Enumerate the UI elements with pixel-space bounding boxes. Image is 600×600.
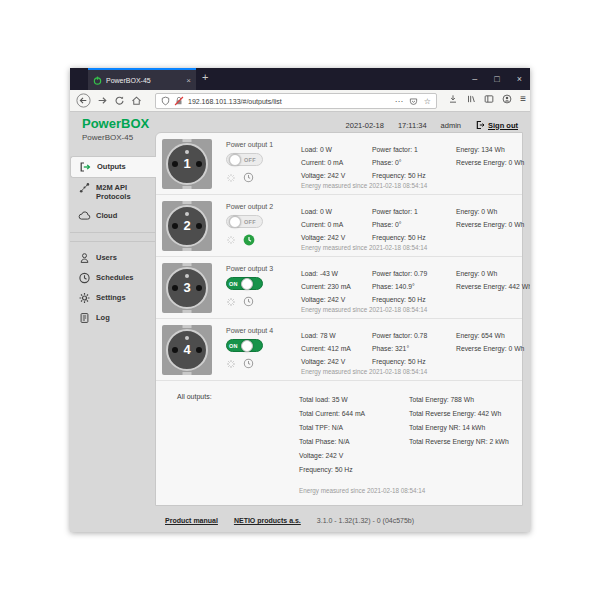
metrics-electrical: Load: 78 WCurrent: 412 mAVoltage: 242 V bbox=[301, 329, 351, 368]
schedule-clock-icon-active bbox=[243, 234, 255, 246]
insecure-lock-icon[interactable] bbox=[174, 96, 184, 106]
output-name: Power output 4 bbox=[226, 327, 298, 334]
bookmark-star-icon[interactable]: ☆ bbox=[424, 97, 431, 106]
browser-tab[interactable]: PowerBOX-45 × bbox=[88, 68, 196, 90]
log-document-icon bbox=[78, 312, 91, 324]
outputs-icon bbox=[79, 161, 92, 173]
page-actions-icon[interactable]: ⋯ bbox=[395, 97, 403, 106]
settings-gear-icon bbox=[78, 292, 91, 304]
users-icon bbox=[78, 252, 91, 264]
schedules-clock-icon bbox=[78, 272, 91, 284]
new-tab-button[interactable]: + bbox=[202, 71, 208, 83]
metrics-electrical: Load: 0 WCurrent: 0 mAVoltage: 242 V bbox=[301, 205, 345, 244]
metrics-phase: Power factor: 0.78Phase: 321°Frequency: … bbox=[372, 329, 427, 368]
consumption-spark-icon bbox=[226, 359, 236, 369]
toggle-knob bbox=[241, 278, 253, 290]
energy-measured-note: Energy measured since 2021-02-18 08:54:1… bbox=[301, 368, 427, 375]
output-name: Power output 1 bbox=[226, 141, 298, 148]
netio-company-link[interactable]: NETIO products a.s. bbox=[234, 517, 301, 524]
sidebar-item-label: Log bbox=[96, 312, 150, 322]
sidebar-item-label: Outputs bbox=[97, 161, 151, 171]
logged-user: admin bbox=[441, 121, 461, 130]
schedule-clock-icon bbox=[243, 358, 254, 369]
toggle-knob bbox=[241, 340, 253, 352]
window-maximize-button[interactable]: □ bbox=[494, 74, 499, 84]
power-socket-icon: 4 bbox=[162, 325, 212, 375]
outputs-panel: 1 Power output 1 OFF bbox=[155, 132, 523, 506]
energy-measured-note: Energy measured since 2021-02-18 08:54:1… bbox=[301, 182, 427, 189]
energy-measured-note: Energy measured since 2021-02-18 08:54:1… bbox=[299, 484, 425, 498]
browser-titlebar: PowerBOX-45 × + – □ × bbox=[70, 68, 530, 90]
energy-measured-note: Energy measured since 2021-02-18 08:54:1… bbox=[301, 306, 427, 313]
output-toggle[interactable]: OFF bbox=[226, 215, 263, 228]
consumption-spark-icon bbox=[226, 235, 236, 245]
metrics-energy: Energy: 0 WhReverse Energy: 0 Wh bbox=[456, 205, 524, 231]
library-icon[interactable] bbox=[466, 94, 476, 104]
m2m-api-icon bbox=[78, 182, 91, 194]
power-socket-icon: 2 bbox=[162, 201, 212, 251]
back-button-icon[interactable] bbox=[76, 93, 91, 108]
tracking-shield-icon[interactable] bbox=[161, 96, 170, 106]
toggle-knob bbox=[229, 154, 241, 166]
window-close-button[interactable]: × bbox=[517, 74, 522, 84]
window-minimize-button[interactable]: – bbox=[472, 74, 477, 84]
sidebar-item-schedules[interactable]: Schedules bbox=[70, 268, 155, 288]
current-time: 17:11:34 bbox=[398, 121, 427, 130]
metrics-electrical: Load: -43 WCurrent: 230 mAVoltage: 242 V bbox=[301, 267, 351, 306]
summary-label: All outputs: bbox=[177, 393, 212, 400]
account-icon[interactable] bbox=[502, 94, 512, 104]
sidebar-item-outputs[interactable]: Outputs bbox=[70, 156, 156, 178]
all-outputs-summary: All outputs: Total load: 35 W Total Curr… bbox=[156, 381, 522, 397]
sidebar-divider bbox=[70, 232, 155, 242]
sidebar-item-m2m-api-protocols[interactable]: M2M API Protocols bbox=[70, 178, 155, 206]
menu-hamburger-icon[interactable]: ≡ bbox=[520, 93, 526, 104]
power-socket-icon: 1 bbox=[162, 139, 212, 189]
metrics-phase: Power factor: 1Phase: 0°Frequency: 50 Hz bbox=[372, 143, 426, 182]
sidebar-item-label: Users bbox=[96, 252, 150, 262]
sign-out-link[interactable]: Sign out bbox=[488, 121, 518, 130]
output-row-2: 2 Power output 2 OFF bbox=[156, 195, 522, 257]
downloads-icon[interactable] bbox=[448, 94, 458, 104]
metrics-energy: Energy: 0 WhReverse Energy: 442 Wh bbox=[456, 267, 530, 293]
reload-button-icon[interactable] bbox=[114, 95, 125, 106]
url-bar[interactable]: 192.168.101.133/#/outputs/list ⋯ ☆ bbox=[155, 93, 437, 109]
screenshot-canvas: PowerBOX-45 × + – □ × bbox=[0, 0, 600, 600]
sidebars-icon[interactable] bbox=[484, 94, 494, 104]
url-text[interactable]: 192.168.101.133/#/outputs/list bbox=[188, 98, 391, 105]
current-date: 2021-02-18 bbox=[346, 121, 384, 130]
toggle-knob bbox=[229, 216, 241, 228]
schedule-clock-icon bbox=[243, 296, 254, 307]
output-toggle[interactable]: ON bbox=[226, 277, 263, 290]
sidebar-nav: Outputs M2M API Protocols Cloud bbox=[70, 156, 155, 532]
output-toggle[interactable]: OFF bbox=[226, 153, 263, 166]
output-row-4: 4 Power output 4 ON bbox=[156, 319, 522, 381]
firmware-version: 3.1.0 - 1.32(1.32) - 0 (04c575b) bbox=[317, 517, 414, 524]
output-name: Power output 3 bbox=[226, 265, 298, 272]
app-title: PowerBOX bbox=[82, 116, 149, 131]
cloud-icon bbox=[78, 210, 91, 222]
sidebar-item-settings[interactable]: Settings bbox=[70, 288, 155, 308]
app-footer: Product manual NETIO products a.s. 3.1.0… bbox=[165, 517, 414, 524]
metrics-electrical: Load: 0 WCurrent: 0 mAVoltage: 242 V bbox=[301, 143, 345, 182]
sidebar-item-users[interactable]: Users bbox=[70, 248, 155, 268]
power-socket-icon: 3 bbox=[162, 263, 212, 313]
sidebar-item-label: M2M API Protocols bbox=[96, 182, 150, 202]
forward-button-icon[interactable] bbox=[97, 95, 108, 106]
consumption-spark-icon bbox=[226, 173, 236, 183]
sidebar-item-log[interactable]: Log bbox=[70, 308, 155, 328]
metrics-energy: Energy: 654 WhReverse Energy: 0 Wh bbox=[456, 329, 524, 355]
output-toggle[interactable]: ON bbox=[226, 339, 263, 352]
pocket-icon[interactable] bbox=[409, 97, 418, 106]
schedule-clock-icon bbox=[243, 172, 254, 183]
browser-window: PowerBOX-45 × + – □ × bbox=[70, 68, 530, 532]
sidebar-item-label: Schedules bbox=[96, 272, 150, 282]
sidebar-item-cloud[interactable]: Cloud bbox=[70, 206, 155, 226]
tab-close-icon[interactable]: × bbox=[186, 76, 191, 85]
consumption-spark-icon bbox=[226, 297, 236, 307]
summary-totals-right: Total Energy: 788 Wh Total Reverse Energ… bbox=[409, 393, 509, 449]
sign-out-icon bbox=[475, 120, 485, 130]
output-name: Power output 2 bbox=[226, 203, 298, 210]
home-button-icon[interactable] bbox=[131, 95, 142, 106]
product-manual-link[interactable]: Product manual bbox=[165, 517, 218, 524]
metrics-phase: Power factor: 0.79Phase: 140.9°Frequency… bbox=[372, 267, 427, 306]
